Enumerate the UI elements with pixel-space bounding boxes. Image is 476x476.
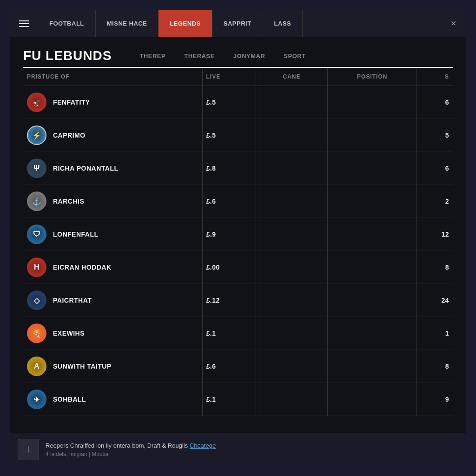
team-name: RICHA PONANTALL — [53, 165, 119, 172]
live-cell: £.6 — [202, 185, 256, 218]
team-name: LONFENFALL — [53, 231, 99, 238]
live-cell: £.6 — [202, 350, 256, 383]
footer-sub-text: 4 laidels, Imigian | Mbutia — [46, 451, 216, 457]
live-cell: £.12 — [202, 284, 256, 317]
table-row[interactable]: ⚓ RARCHIS £.6 2 — [23, 185, 453, 218]
live-cell: £.9 — [202, 218, 256, 251]
team-logo: 🍕 — [27, 324, 46, 343]
sub-tabs: THEREP THERASE JONYMAR SPORT — [130, 53, 315, 63]
table-row[interactable]: 🛡 LONFENFALL £.9 12 — [23, 218, 453, 251]
live-cell: £.00 — [202, 251, 256, 284]
team-name-cell: ⚓ RARCHIS — [23, 185, 202, 218]
s-cell: 12 — [417, 218, 453, 251]
section-title: FU LEBUNDS — [23, 48, 112, 63]
table-row[interactable]: A SUNWITH TAITUP £.6 8 — [23, 350, 453, 383]
footer-text: Reepers Chralffed ion lly entera bom, Dr… — [46, 442, 216, 457]
table-row[interactable]: ⚡ CAPRIMO £.5 5 — [23, 119, 453, 152]
team-name-cell: A SUNWITH TAITUP — [23, 350, 202, 383]
col-header-live: LIVE — [202, 68, 256, 86]
live-cell: £.8 — [202, 152, 256, 185]
table-row[interactable]: Ψ RICHA PONANTALL £.8 6 — [23, 152, 453, 185]
team-logo: ✈ — [27, 390, 46, 409]
hamburger-icon — [19, 20, 29, 27]
team-name-cell: H EICRAN HODDAK — [23, 251, 202, 284]
s-cell: 6 — [417, 152, 453, 185]
team-name: EICRAN HODDAK — [53, 264, 112, 271]
team-logo: 🛡 — [27, 225, 46, 244]
table-row[interactable]: ◇ PAICRTHAT £.12 24 — [23, 284, 453, 317]
col-header-position: POSITION — [327, 68, 417, 86]
nav-tab-football[interactable]: FOOTBALL — [38, 10, 96, 37]
footer-main-text: Reepers Chralffed ion lly entera bom, Dr… — [46, 442, 216, 449]
sub-tab-sport[interactable]: SPORT — [274, 53, 315, 64]
live-cell: £.5 — [202, 119, 256, 152]
col-header-s: S — [417, 68, 453, 86]
team-name-cell: ⚡ CAPRIMO — [23, 119, 202, 152]
position-cell — [327, 251, 417, 284]
footer-link[interactable]: Cheatege — [190, 442, 216, 449]
nav-tabs: FOOTBALL MISNE HACE LEGENDS SAPPRIT LASS — [38, 10, 441, 37]
sub-tab-therase[interactable]: THERASE — [175, 53, 224, 64]
table-row[interactable]: ✈ SOHBALL £.1 9 — [23, 383, 453, 416]
team-name-cell: ◇ PAICRTHAT — [23, 284, 202, 317]
s-cell: 8 — [417, 350, 453, 383]
s-cell: 2 — [417, 185, 453, 218]
nav-tab-misne-hace[interactable]: MISNE HACE — [96, 10, 159, 37]
footer-icon: ⊥ — [18, 439, 39, 460]
team-name-cell: 🛡 LONFENFALL — [23, 218, 202, 251]
nav-tab-legends[interactable]: LEGENDS — [159, 10, 212, 37]
nav-tab-lass[interactable]: LASS — [263, 10, 303, 37]
s-cell: 1 — [417, 317, 453, 350]
data-table: PRISTUCE OF LIVE CANE POSITION S 🦅 FENFA… — [23, 68, 453, 416]
s-cell: 6 — [417, 86, 453, 119]
live-cell: £.5 — [202, 86, 256, 119]
position-cell — [327, 152, 417, 185]
section-header: FU LEBUNDS THEREP THERASE JONYMAR SPORT — [23, 48, 453, 68]
table-row[interactable]: 🦅 FENFATITY £.5 6 — [23, 86, 453, 119]
team-logo: ⚓ — [27, 192, 46, 211]
app-container: FOOTBALL MISNE HACE LEGENDS SAPPRIT LASS… — [10, 10, 466, 466]
live-cell: £.1 — [202, 383, 256, 416]
cane-cell — [256, 251, 328, 284]
cane-cell — [256, 86, 328, 119]
s-cell: 8 — [417, 251, 453, 284]
team-logo: A — [27, 357, 46, 376]
team-logo: ⚡ — [27, 126, 46, 145]
cane-cell — [256, 350, 328, 383]
team-logo: 🦅 — [27, 93, 46, 112]
footer-label: Reepers — [46, 442, 70, 449]
team-name-cell: 🍕 EXEWIHS — [23, 317, 202, 350]
table-row[interactable]: H EICRAN HODDAK £.00 8 — [23, 251, 453, 284]
sub-tab-therep[interactable]: THEREP — [130, 53, 175, 64]
table-row[interactable]: 🍕 EXEWIHS £.1 1 — [23, 317, 453, 350]
s-cell: 5 — [417, 119, 453, 152]
position-cell — [327, 86, 417, 119]
team-name: SOHBALL — [53, 396, 86, 403]
cane-cell — [256, 119, 328, 152]
position-cell — [327, 383, 417, 416]
close-button[interactable]: × — [441, 10, 466, 37]
cane-cell — [256, 218, 328, 251]
position-cell — [327, 185, 417, 218]
top-nav: FOOTBALL MISNE HACE LEGENDS SAPPRIT LASS… — [10, 10, 466, 37]
hamburger-button[interactable] — [10, 20, 38, 27]
col-header-name: PRISTUCE OF — [23, 68, 202, 86]
cane-cell — [256, 152, 328, 185]
team-name: RARCHIS — [53, 198, 84, 205]
position-cell — [327, 350, 417, 383]
cane-cell — [256, 284, 328, 317]
cane-cell — [256, 185, 328, 218]
team-name: SUNWITH TAITUP — [53, 363, 112, 370]
nav-tab-sapprit[interactable]: SAPPRIT — [212, 10, 263, 37]
team-name: EXEWIHS — [53, 330, 85, 337]
position-cell — [327, 119, 417, 152]
s-cell: 24 — [417, 284, 453, 317]
table-container: PRISTUCE OF LIVE CANE POSITION S 🦅 FENFA… — [23, 68, 453, 429]
team-name: CAPRIMO — [53, 132, 86, 139]
cane-cell — [256, 317, 328, 350]
position-cell — [327, 218, 417, 251]
footer-bar: ⊥ Reepers Chralffed ion lly entera bom, … — [10, 433, 466, 466]
team-name-cell: 🦅 FENFATITY — [23, 86, 202, 119]
team-logo: Ψ — [27, 159, 46, 178]
sub-tab-jonymar[interactable]: JONYMAR — [224, 53, 275, 64]
